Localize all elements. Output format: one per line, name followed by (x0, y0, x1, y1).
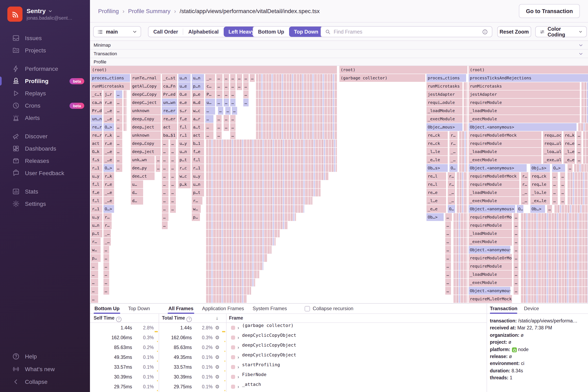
flame-frame[interactable]: … (560, 180, 565, 188)
flame-frame[interactable]: … (577, 148, 582, 156)
sentry-logo-icon[interactable] (7, 6, 22, 22)
flame-frame-cluster[interactable] (459, 156, 467, 164)
flame-frame[interactable]: O…k (91, 148, 102, 156)
frame-settings-gear-icon[interactable]: ⚙ (215, 342, 220, 352)
flame-frame-cluster[interactable] (583, 148, 588, 156)
flame-frame[interactable]: jestAdapter (469, 90, 580, 98)
flame-frame[interactable]: … (577, 131, 582, 139)
flame-frame[interactable]: O…> (103, 164, 114, 172)
flame-frame[interactable]: e…e (178, 98, 191, 106)
flame-frame-cluster[interactable] (464, 123, 467, 131)
flame-frame-cluster[interactable] (459, 164, 467, 172)
flame-frame-cluster[interactable] (206, 230, 280, 237)
flame-frame[interactable]: … (224, 82, 229, 90)
flame-frame-cluster[interactable] (256, 131, 337, 139)
flame-frame[interactable]: … (577, 140, 582, 147)
flame-frame[interactable]: _execModule (469, 238, 512, 246)
flame-frame[interactable]: unknown (131, 131, 161, 139)
tab-transaction[interactable]: Transaction (490, 304, 518, 314)
expand-chevron-icon[interactable]: › (238, 382, 239, 392)
flame-frame[interactable]: … (445, 270, 451, 278)
flame-frame[interactable]: requ…ock (543, 131, 562, 139)
flame-frame-cluster[interactable] (453, 230, 467, 237)
flame-frame-cluster[interactable] (206, 164, 337, 172)
sidebar-item-releases[interactable]: Releases (0, 155, 90, 167)
flame-frame[interactable]: … (162, 164, 168, 172)
flame-frame[interactable]: re…l (426, 180, 446, 188)
flame-frame[interactable]: … (230, 131, 236, 139)
flame-frame[interactable]: … (91, 287, 98, 294)
flame-frame[interactable]: re…er (162, 115, 177, 123)
flame-frame[interactable]: r…c (178, 164, 191, 172)
flame-frame-cluster[interactable] (123, 115, 127, 123)
flame-frame[interactable]: … (205, 107, 215, 114)
flame-frame-cluster[interactable] (206, 270, 259, 278)
flame-frame[interactable]: … (162, 148, 168, 156)
flame-frame[interactable]: requireModuleOrMock (469, 254, 512, 262)
flame-frame[interactable]: … (514, 270, 519, 278)
flame-frame-cluster[interactable] (521, 254, 588, 262)
flame-frame[interactable]: O…> (103, 205, 114, 213)
flame-frame[interactable]: _execModule (469, 197, 519, 204)
flame-frame[interactable]: … (237, 82, 242, 90)
flame-frame[interactable]: requireModule (469, 98, 580, 106)
tab-system-frames[interactable]: System Frames (252, 304, 288, 314)
flame-frame[interactable]: requireModuleOrMock (469, 213, 512, 221)
flame-frame-cluster[interactable] (453, 262, 467, 270)
flame-frame[interactable]: r… (103, 221, 112, 229)
flame-frame[interactable]: _…e (103, 115, 114, 123)
flame-frame[interactable]: … (230, 98, 236, 106)
flame-frame[interactable]: _loadModule (469, 230, 512, 237)
flame-frame-cluster[interactable] (582, 115, 588, 123)
flame-frame[interactable]: p…k (178, 180, 191, 188)
flame-frame[interactable]: … (445, 213, 452, 221)
color-coding-select[interactable]: Color Coding (535, 26, 587, 37)
sidebar-item-performance[interactable]: Performance (0, 62, 90, 75)
direction-top-down[interactable]: Top Down (289, 26, 323, 37)
flame-frame-cluster[interactable] (206, 172, 329, 180)
flame-frame-cluster[interactable] (206, 279, 255, 286)
flamegraph-canvas[interactable]: (root)(root)(root)proces…ctionsrunTe…rna… (90, 66, 588, 303)
tab-application-frames[interactable]: Application Frames (201, 304, 245, 314)
sidebar-item-crons[interactable]: Cronsbeta (0, 100, 90, 112)
flame-frame[interactable]: _loadModule (469, 148, 541, 156)
flame-frame[interactable]: p… (91, 254, 101, 262)
org-switcher[interactable]: Sentry (26, 7, 72, 14)
flame-frame-cluster[interactable] (457, 172, 467, 180)
flame-frame[interactable]: … (116, 107, 122, 114)
flame-frame[interactable]: … (103, 287, 109, 294)
flame-frame[interactable]: deep…ject (131, 123, 161, 131)
flame-frame[interactable]: u…y (178, 140, 191, 147)
sidebar-item-profiling[interactable]: Profilingbeta (0, 75, 90, 87)
flame-frame[interactable]: Ob…> (530, 205, 545, 213)
tab-device[interactable]: Device (524, 304, 539, 314)
flame-frame-cluster[interactable] (206, 221, 288, 229)
flame-frame-cluster[interactable] (206, 205, 304, 213)
flame-frame[interactable]: … (445, 254, 451, 262)
flame-frame[interactable]: p…n (192, 82, 204, 90)
flame-frame[interactable]: b…1 (192, 140, 204, 147)
flame-frame[interactable]: r…1 (91, 205, 102, 213)
flame-frame-cluster[interactable] (206, 197, 312, 204)
flame-frame-cluster[interactable] (574, 164, 588, 172)
flame-frame[interactable]: _…e (103, 107, 114, 114)
frame-table-row[interactable]: 30.39ms0.1%30.39ms0.1%⚙›FiberNode (90, 372, 487, 382)
flame-frame[interactable]: _… (103, 238, 111, 246)
flame-frame[interactable]: _lo…le (530, 189, 550, 196)
frame-table-row[interactable]: 85.63ms0.2%85.63ms0.2%⚙›deepCyclicCopyOb… (90, 342, 487, 352)
flame-frame[interactable]: Ob…s> (426, 164, 448, 172)
flame-frame-cluster[interactable] (206, 148, 337, 156)
flame-frame-cluster[interactable] (457, 180, 467, 188)
flame-frame-cluster[interactable] (583, 140, 588, 147)
flame-frame[interactable]: u…n (178, 148, 191, 156)
flame-frame[interactable]: … (560, 172, 565, 180)
flame-frame[interactable]: _…e (103, 148, 114, 156)
flame-frame[interactable]: … (230, 90, 236, 98)
transaction-layer-toggle[interactable]: Transaction (90, 50, 588, 58)
sidebar-item-issues[interactable]: Issues (0, 32, 90, 44)
flame-frame-cluster[interactable] (457, 189, 467, 196)
flame-frame[interactable]: … (514, 254, 519, 262)
col-self-time[interactable]: Self Time? (94, 316, 121, 322)
flame-frame[interactable]: … (552, 189, 558, 196)
flame-frame[interactable]: u…n (178, 74, 191, 82)
